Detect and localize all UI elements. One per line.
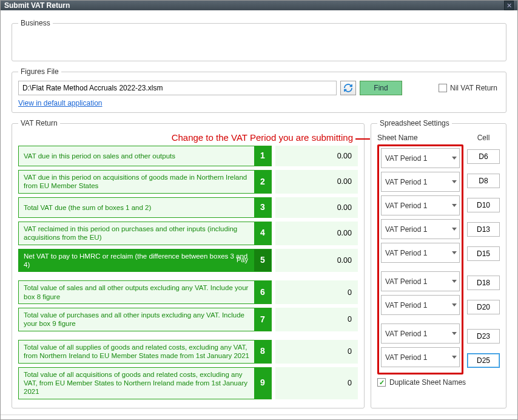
sheet-dropdown-label: VAT Period 1 (385, 225, 427, 234)
spreadsheet-columns: VAT Period 1VAT Period 1VAT Period 1VAT … (377, 144, 500, 374)
vat-box-7: Total value of purchases and all other i… (18, 308, 272, 331)
nil-vat-wrap: Nil VAT Return (439, 84, 500, 92)
vat-value-3: 0.00 (275, 197, 358, 218)
close-icon[interactable]: ✕ (504, 1, 514, 10)
figures-row: Find Nil VAT Return (18, 81, 500, 95)
duplicate-checkbox[interactable]: ✓ (377, 378, 386, 387)
vat-box-number: 8 (254, 340, 271, 363)
vat-box-number: 4 (254, 222, 271, 245)
nil-vat-checkbox[interactable] (439, 84, 447, 92)
chevron-down-icon (452, 332, 457, 335)
cell-input-3[interactable] (467, 198, 500, 212)
footer: Submit Close (1, 415, 517, 420)
vat-box-label: Total value of all supplies of goods and… (24, 343, 249, 361)
chevron-down-icon (452, 356, 457, 359)
sheet-dropdown-6[interactable]: VAT Period 1 (381, 271, 460, 291)
vat-box-label: Total value of purchases and all other i… (24, 311, 249, 328)
vat-line-9: Total value of all acquisitions of goods… (18, 367, 358, 399)
cell-input-wrap (467, 219, 500, 240)
sheet-dropdown-label: VAT Period 1 (385, 178, 427, 186)
sheet-dropdown-label: VAT Period 1 (385, 301, 427, 310)
sheet-dropdown-8[interactable]: VAT Period 1 (381, 323, 460, 344)
vat-line-5: Net VAT to pay to HMRC or reclaim (the d… (18, 249, 358, 273)
vat-value-1: 0.00 (275, 146, 358, 166)
cell-header: Cell (467, 134, 500, 142)
figures-fieldset: Figures File Find Nil VAT Return (12, 67, 506, 113)
cell-input-wrap (467, 273, 500, 293)
sheet-dropdown-label: VAT Period 1 (385, 277, 427, 286)
content-area: Business Figures File Find Nil VAT Re (1, 10, 517, 415)
chevron-down-icon (452, 280, 457, 283)
cell-input-wrap (467, 350, 500, 371)
vat-box-2: VAT due in this period on acquisitions o… (18, 170, 272, 194)
business-legend: Business (18, 19, 53, 27)
duplicate-row: ✓ Duplicate Sheet Names (377, 378, 500, 387)
vat-line-2: VAT due in this period on acquisitions o… (18, 170, 358, 194)
vat-line-7: Total value of purchases and all other i… (18, 308, 358, 331)
sheet-dropdown-label: VAT Period 1 (385, 249, 427, 257)
vat-value-2: 0.00 (275, 170, 358, 194)
sheet-dropdown-7[interactable]: VAT Period 1 (381, 295, 460, 315)
vat-value-4: 0.00 (275, 222, 358, 245)
sheet-dropdown-5[interactable]: VAT Period 1 (381, 243, 460, 263)
sheet-dropdown-2[interactable]: VAT Period 1 (381, 172, 460, 192)
vat-box-label: VAT due in this period on sales and othe… (24, 152, 175, 160)
vat-box-label: Total value of all acquisitions of goods… (24, 370, 249, 396)
sheet-dropdown-9[interactable]: VAT Period 1 (381, 347, 460, 367)
vat-box-label: VAT due in this period on acquisitions o… (24, 173, 249, 191)
titlebar: Submit VAT Return ✕ (1, 1, 517, 10)
spreadsheet-header: Sheet Name Cell (377, 132, 500, 142)
vat-value-5: 0.00 (275, 249, 358, 273)
vat-box-6: Total value of sales and all other outpu… (18, 280, 272, 304)
cell-input-8[interactable] (467, 329, 500, 344)
vat-box-number: 9 (254, 368, 271, 399)
annotation-text: Change to the VAT Period you are submitt… (18, 132, 358, 144)
sheet-dropdown-4[interactable]: VAT Period 1 (381, 219, 460, 239)
cell-input-4[interactable] (467, 222, 500, 237)
refresh-button[interactable] (340, 81, 356, 95)
find-button[interactable]: Find (360, 81, 402, 95)
chevron-down-icon (452, 303, 457, 307)
chevron-down-icon (452, 228, 457, 231)
cell-input-wrap (467, 195, 500, 215)
sheet-dropdown-label: VAT Period 1 (385, 330, 427, 338)
vat-box-label: Total value of sales and all other outpu… (24, 283, 249, 301)
cell-input-1[interactable] (467, 149, 500, 164)
vat-box-number: 5 (254, 249, 271, 272)
vat-box-number: 1 (254, 146, 271, 166)
spreadsheet-fieldset: Spreadsheet Settings Sheet Name Cell VAT… (371, 119, 506, 408)
cell-input-5[interactable] (467, 246, 500, 261)
cell-input-2[interactable] (467, 174, 500, 188)
cell-input-wrap (467, 243, 500, 264)
vat-box-1: VAT due in this period on sales and othe… (18, 146, 272, 166)
figures-path-input[interactable] (18, 81, 337, 95)
vat-box-3: Total VAT due (the sum of boxes 1 and 2)… (18, 197, 272, 218)
view-default-app-link[interactable]: View in default application (18, 99, 103, 107)
vat-value-6: 0 (275, 280, 358, 304)
sheet-dropdown-3[interactable]: VAT Period 1 (381, 195, 460, 215)
sheet-dropdown-label: VAT Period 1 (385, 154, 427, 163)
sheet-dropdown-1[interactable]: VAT Period 1 (381, 148, 460, 168)
vat-box-number: 3 (254, 198, 271, 217)
vat-line-4: VAT reclaimed in this period on purchase… (18, 222, 358, 245)
spreadsheet-rows: VAT Period 1VAT Period 1VAT Period 1VAT … (377, 144, 500, 374)
cell-input-9[interactable] (467, 353, 500, 368)
vat-box-label: Total VAT due (the sum of boxes 1 and 2) (24, 203, 151, 212)
submit-vat-window: Submit VAT Return ✕ Business Figures Fil… (0, 0, 518, 420)
business-fieldset: Business (12, 19, 506, 61)
chevron-down-icon (452, 251, 457, 254)
cell-input-7[interactable] (467, 300, 500, 314)
vat-line-6: Total value of sales and all other outpu… (18, 280, 358, 304)
vat-spacer (18, 335, 358, 340)
cell-input-wrap (467, 171, 500, 191)
vat-line-1: VAT due in this period on sales and othe… (18, 146, 358, 166)
window-title: Submit VAT Return (4, 1, 70, 10)
pay-label: Pay (237, 256, 248, 265)
vat-box-number: 7 (254, 308, 271, 331)
vat-box-label: Net VAT to pay to HMRC or reclaim (the d… (24, 252, 249, 269)
cell-input-6[interactable] (467, 276, 500, 290)
vat-box-9: Total value of all acquisitions of goods… (18, 367, 272, 399)
vat-box-label: VAT reclaimed in this period on purchase… (24, 225, 249, 242)
sheet-dropdown-label: VAT Period 1 (385, 202, 427, 210)
sheet-name-header: Sheet Name (377, 134, 463, 142)
